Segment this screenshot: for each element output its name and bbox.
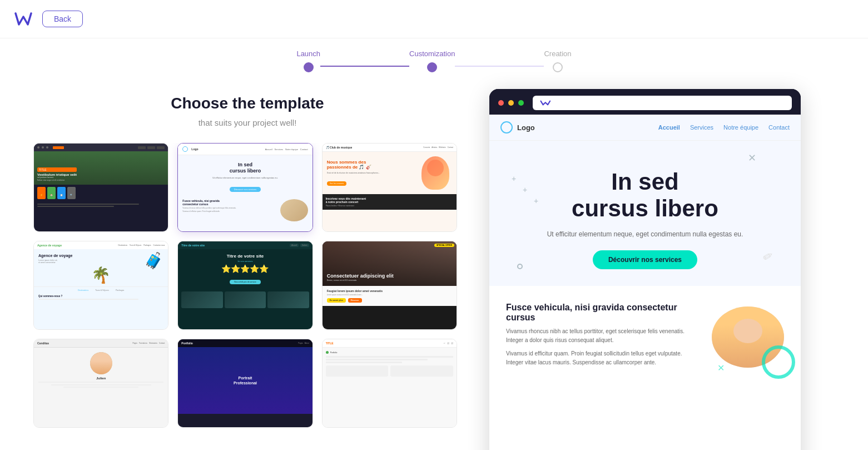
step-launch-label: Launch <box>296 50 320 58</box>
step-creation: Creation <box>544 50 571 72</box>
preview-logo-text: Logo <box>517 123 535 132</box>
back-button[interactable]: Back <box>42 11 83 27</box>
browser-header <box>489 89 801 115</box>
preview-s2-image-container: ✕ <box>712 306 784 368</box>
template-card-7[interactable]: Canditas Pages Formations Séminaires Con… <box>33 339 168 428</box>
w-logo <box>13 9 33 29</box>
deco-plus-3: + <box>534 196 538 205</box>
section-subtitle: that suits your project well! <box>33 118 462 127</box>
preview-hero: ✕ + + + ✏ In sed cursus libero Ut effici… <box>489 141 801 286</box>
step-launch-circle <box>304 62 314 72</box>
deco-plus-1: + <box>512 174 516 183</box>
teal-swoosh <box>762 345 795 379</box>
right-panel: Logo Accueil Services Notre équipe Conta… <box>484 78 817 450</box>
preview-s2-text: Fusce vehicula, nisi gravida consectetur… <box>506 303 698 372</box>
browser-dot-red <box>498 100 504 106</box>
left-panel: Choose the template that suits your proj… <box>0 78 484 450</box>
deco-x-1: ✕ <box>748 152 756 164</box>
preview-section2: Fusce vehicula, nisi gravida consectetur… <box>489 286 801 388</box>
step-launch: Launch <box>296 50 320 72</box>
stepper: Launch Customization Creation <box>0 38 868 78</box>
url-bar-logo <box>539 99 556 107</box>
browser-content: Logo Accueil Services Notre équipe Conta… <box>489 115 801 450</box>
browser-url-bar <box>533 96 792 110</box>
preview-s2-heading: Fusce vehicula, nisi gravida consectetur… <box>506 303 698 323</box>
preview-logo-icon <box>500 121 513 133</box>
browser-frame: Logo Accueil Services Notre équipe Conta… <box>489 89 801 450</box>
section-title: Choose the template <box>33 95 462 112</box>
preview-hero-subtitle: Ut efficitur elementum neque, eget condi… <box>534 230 756 238</box>
deco-circle-1 <box>517 264 523 269</box>
template-card-3[interactable]: 🎵 Club de musique Concerts Artistes Bill… <box>322 143 457 232</box>
preview-nav-links: Accueil Services Notre équipe Contact <box>658 124 790 131</box>
deco-x-2: ✕ <box>717 363 725 373</box>
step-creation-circle <box>553 62 563 72</box>
header: Back <box>0 0 868 38</box>
step-line-2 <box>455 66 544 67</box>
template-card-5[interactable]: Titre de votre site Accueil Galerie Titr… <box>177 241 313 330</box>
step-customization-label: Customization <box>409 50 455 58</box>
template-card-2[interactable]: Logo Accueil Services Notre équipe Conta… <box>177 143 313 232</box>
preview-nav-equipe[interactable]: Notre équipe <box>723 124 758 131</box>
template-card-9[interactable]: TITLE ↩ ⬜ ⬜ Portfolio <box>322 339 457 428</box>
deco-plus-2: + <box>523 185 527 194</box>
deco-pencil: ✏ <box>760 248 776 265</box>
browser-dot-green <box>518 100 524 106</box>
preview-nav-accueil[interactable]: Accueil <box>658 124 680 131</box>
preview-nav-contact[interactable]: Contact <box>768 124 790 131</box>
step-customization: Customization <box>409 50 455 72</box>
step-customization-circle <box>427 62 437 72</box>
preview-s2-para1: Vivamus rhoncus nibh ac tellus porttitor… <box>506 327 698 345</box>
step-creation-label: Creation <box>544 50 571 58</box>
template-card-4[interactable]: Agence de voyage Destinations Tours & Sé… <box>33 241 168 330</box>
preview-hero-heading: In sed cursus libero <box>506 169 784 222</box>
template-grid: TITLE Vestibulum tristique velit vel pre… <box>33 143 462 428</box>
template-card-8[interactable]: Portfolio Pages About PortraitProfession… <box>177 339 313 428</box>
template-card-6[interactable]: SPECIAL OFFER Consectetuer adipiscing el… <box>322 241 457 330</box>
step-line-1 <box>320 66 409 67</box>
preview-s2-para2: Vivamus id efficitur quam. Proin feugiat… <box>506 349 698 367</box>
browser-dot-yellow <box>508 100 514 106</box>
preview-cta-button[interactable]: Découvrir nos services <box>593 250 697 269</box>
main-layout: Choose the template that suits your proj… <box>0 78 868 450</box>
preview-nav: Logo Accueil Services Notre équipe Conta… <box>489 115 801 141</box>
preview-nav-services[interactable]: Services <box>690 124 713 131</box>
template-card-1[interactable]: TITLE Vestibulum tristique velit vel pre… <box>33 143 168 232</box>
